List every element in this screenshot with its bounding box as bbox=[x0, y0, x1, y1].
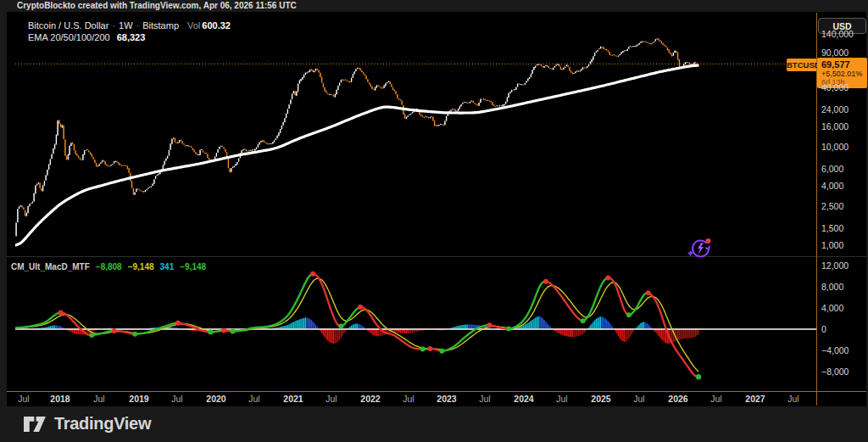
main-chart-legend[interactable]: Bitcoin / U.S. Dollar·1W·BitstampVol600.… bbox=[28, 20, 231, 43]
current-price-value: 69,577 bbox=[821, 59, 867, 70]
time-tick-label: Jul bbox=[696, 394, 737, 404]
time-tick-label: Jul bbox=[619, 394, 659, 404]
price-tick-label: 2,500 bbox=[821, 201, 843, 211]
indicator-legend[interactable]: CM_Ult_MacD_MTF−8,808−9,148341−9,148 bbox=[11, 262, 206, 271]
time-tick-label: Jul bbox=[3, 394, 44, 404]
footer-brand[interactable]: TradingView bbox=[24, 414, 151, 434]
tradingview-chart-window: CryptoBlockto created with TradingView.c… bbox=[0, 0, 868, 442]
symbol-name[interactable]: Bitcoin / U.S. Dollar bbox=[28, 20, 108, 31]
price-tick-label: 10,000 bbox=[821, 142, 849, 152]
price-tick-label: 16,000 bbox=[821, 121, 849, 131]
indicator-value: −9,148 bbox=[180, 262, 206, 271]
indicator-tick-label: 4,000 bbox=[821, 303, 843, 313]
time-tick-label: 2025 bbox=[581, 394, 621, 404]
indicator-tick-label: 12,000 bbox=[821, 260, 849, 271]
ema-label[interactable]: EMA 20/50/100/200 bbox=[28, 32, 110, 42]
indicator-tick-label: 0 bbox=[821, 324, 826, 334]
time-tick-label: 2019 bbox=[119, 394, 159, 404]
price-tick-label: 1,000 bbox=[821, 240, 843, 250]
indicator-tick-label: −8,000 bbox=[821, 366, 849, 377]
time-tick-label: 2023 bbox=[426, 394, 467, 404]
time-tick-label: Jul bbox=[773, 394, 814, 404]
indicator-value: 341 bbox=[160, 262, 175, 271]
price-tick-label: 6,000 bbox=[821, 164, 843, 174]
chart-canvas[interactable] bbox=[7, 12, 866, 406]
legend-separator: · bbox=[133, 20, 143, 31]
price-tick-label: 40,000 bbox=[821, 82, 849, 92]
symbol-price-axis-tag: BTCUSD bbox=[787, 59, 816, 71]
indicator-tick-label: 8,000 bbox=[821, 282, 843, 292]
time-tick-label: Jul bbox=[465, 394, 505, 404]
indicator-value: −9,148 bbox=[128, 262, 154, 271]
price-tick-label: 140,000 bbox=[821, 29, 854, 39]
tradingview-logo-icon bbox=[24, 417, 47, 432]
time-tick-label: Jul bbox=[79, 394, 120, 404]
price-change-percent: +5,502.01% bbox=[821, 70, 867, 78]
time-tick-label: Jul bbox=[388, 394, 429, 404]
instant-refresh-icon[interactable] bbox=[687, 235, 714, 262]
indicator-tick-label: −4,000 bbox=[821, 345, 849, 355]
tradingview-logo-text: TradingView bbox=[54, 414, 151, 434]
time-tick-label: 2027 bbox=[735, 394, 776, 404]
time-tick-label: 2021 bbox=[273, 394, 314, 404]
time-tick-label: 2020 bbox=[196, 394, 236, 404]
ema-value: 68,323 bbox=[117, 32, 146, 42]
time-tick-label: 2024 bbox=[504, 394, 544, 404]
time-tick-label: 2018 bbox=[40, 394, 81, 404]
volume-label: Vol bbox=[187, 20, 200, 31]
time-tick-label: Jul bbox=[157, 394, 198, 404]
indicator-title[interactable]: CM_Ult_MacD_MTF bbox=[11, 262, 90, 271]
time-tick-label: Jul bbox=[311, 394, 352, 404]
price-tick-label: 4,000 bbox=[821, 181, 843, 191]
ema-legend-row: EMA 20/50/100/20068,323 bbox=[28, 31, 231, 43]
attribution-bar: CryptoBlockto created with TradingView.c… bbox=[0, 0, 868, 12]
symbol-legend-row: Bitcoin / U.S. Dollar·1W·BitstampVol600.… bbox=[28, 20, 231, 31]
time-tick-label: Jul bbox=[542, 394, 582, 404]
price-tick-label: 24,000 bbox=[821, 104, 849, 115]
interval-label[interactable]: 1W bbox=[119, 20, 133, 31]
time-tick-label: 2026 bbox=[658, 394, 698, 404]
indicator-values: −8,808−9,148341−9,148 bbox=[90, 262, 206, 271]
exchange-label[interactable]: Bitstamp bbox=[142, 20, 179, 31]
time-tick-label: Jul bbox=[234, 394, 275, 404]
time-tick-label: 2022 bbox=[350, 394, 391, 404]
attribution-text: CryptoBlockto created with TradingView.c… bbox=[17, 1, 297, 10]
legend-separator: · bbox=[108, 20, 119, 31]
price-tick-label: 1,500 bbox=[821, 223, 843, 233]
indicator-value: −8,808 bbox=[96, 262, 122, 271]
price-tick-label: 90,000 bbox=[821, 48, 849, 58]
volume-value: 600.32 bbox=[202, 20, 231, 31]
